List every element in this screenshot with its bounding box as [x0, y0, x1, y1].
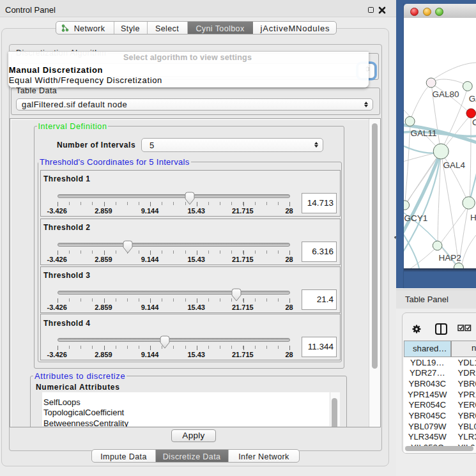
svg-text:H: H [470, 213, 476, 222]
svg-text:GCY1: GCY1 [404, 213, 428, 223]
svg-text:GA: GA [469, 94, 476, 104]
svg-text:GAL11: GAL11 [410, 128, 436, 138]
svg-text:GAL80: GAL80 [433, 89, 459, 99]
svg-text:C: C [472, 118, 476, 127]
svg-text:HAP2: HAP2 [439, 253, 461, 263]
svg-text:GAL4: GAL4 [443, 160, 466, 170]
